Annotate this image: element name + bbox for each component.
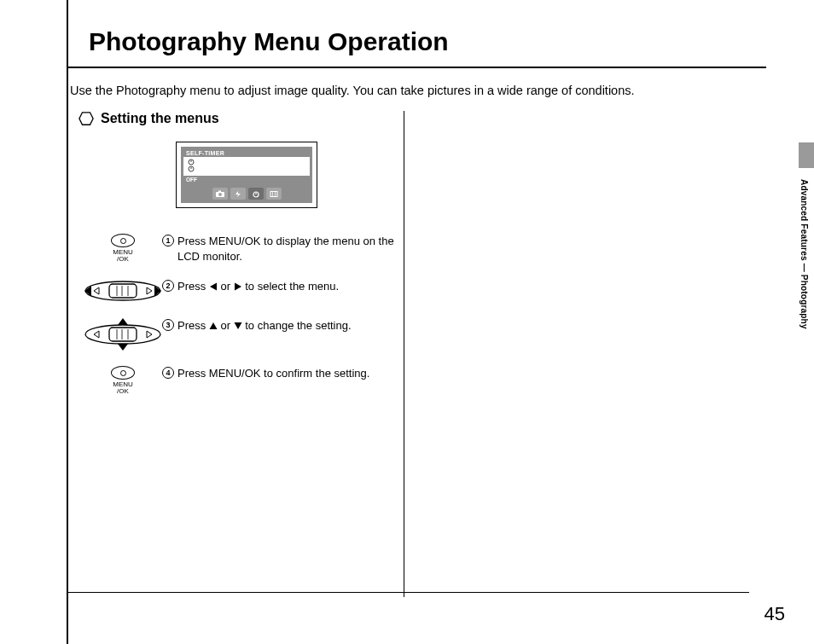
svg-marker-32 bbox=[118, 318, 128, 325]
step-row: MENU /OK 1 Press MENU/OK to display the … bbox=[84, 234, 397, 264]
step-number-badge: 2 bbox=[162, 280, 174, 292]
triangle-up-icon bbox=[209, 319, 218, 334]
dpad-horizontal-icon bbox=[84, 279, 162, 303]
menu-ok-button-icon: MENU /OK bbox=[84, 234, 162, 263]
svg-marker-23 bbox=[210, 283, 217, 291]
svg-marker-8 bbox=[235, 191, 241, 197]
step-number-badge: 3 bbox=[162, 319, 174, 331]
step-text: Press MENU/OK to confirm the setting. bbox=[177, 366, 369, 381]
step-number-badge: 1 bbox=[162, 235, 174, 247]
step-text: Press or to change the setting. bbox=[177, 318, 352, 334]
left-column: Setting the menus SELF-TIMER bbox=[68, 111, 397, 597]
lcd-tab-flash-icon bbox=[230, 188, 246, 200]
lcd-menu-title: SELF-TIMER bbox=[183, 149, 310, 157]
page-frame: Photography Menu Operation Use the Photo… bbox=[67, 0, 800, 644]
step-row: MENU /OK 4 Press MENU/OK to confirm the … bbox=[84, 366, 397, 395]
svg-marker-0 bbox=[79, 113, 93, 125]
section-title: Setting the menus bbox=[101, 111, 219, 126]
lcd-tab-quality-icon bbox=[266, 188, 282, 200]
svg-rect-26 bbox=[109, 328, 137, 341]
step-number-badge: 4 bbox=[162, 367, 174, 379]
svg-rect-11 bbox=[270, 191, 277, 196]
svg-marker-34 bbox=[209, 322, 217, 329]
svg-marker-35 bbox=[234, 322, 241, 329]
thumb-tab bbox=[799, 142, 814, 168]
svg-marker-24 bbox=[235, 283, 241, 291]
svg-marker-33 bbox=[118, 344, 128, 351]
step-row: 2 Press or to select the menu. bbox=[84, 279, 397, 303]
intro-text: Use the Photography menu to adjust image… bbox=[68, 68, 800, 97]
menu-ok-label-line2: /OK bbox=[111, 388, 135, 395]
hexagon-bullet-icon bbox=[78, 111, 94, 126]
svg-rect-7 bbox=[218, 190, 221, 192]
menu-ok-label-line2: /OK bbox=[111, 256, 135, 263]
step-row: 3 Press or to change the setting. bbox=[84, 318, 397, 351]
step-text: Press MENU/OK to display the menu on the… bbox=[177, 234, 397, 264]
triangle-left-icon bbox=[209, 280, 218, 295]
side-section-label: Advanced Features — Photography bbox=[799, 179, 809, 329]
lcd-tab-timer-icon bbox=[248, 188, 264, 200]
lcd-frame: SELF-TIMER bbox=[176, 142, 317, 208]
content-columns: Setting the menus SELF-TIMER bbox=[68, 111, 800, 597]
self-timer-options-icon bbox=[187, 159, 306, 173]
triangle-right-icon bbox=[234, 280, 242, 295]
footer-rule bbox=[68, 592, 749, 593]
lcd-options-panel bbox=[183, 157, 310, 176]
section-header: Setting the menus bbox=[78, 111, 397, 126]
step-text: Press or to select the menu. bbox=[177, 279, 339, 295]
lcd-tab-camera-icon bbox=[212, 188, 228, 200]
page-number: 45 bbox=[765, 603, 785, 625]
lcd-icon-strip bbox=[183, 185, 310, 203]
lcd-figure: SELF-TIMER bbox=[176, 142, 397, 208]
triangle-down-icon bbox=[234, 319, 242, 334]
menu-ok-button-icon: MENU /OK bbox=[84, 366, 162, 395]
column-divider bbox=[404, 111, 404, 597]
lcd-off-label: OFF bbox=[183, 176, 310, 185]
svg-point-6 bbox=[218, 193, 222, 196]
page-title: Photography Menu Operation bbox=[68, 0, 766, 68]
svg-rect-15 bbox=[109, 284, 137, 298]
steps-list: MENU /OK 1 Press MENU/OK to display the … bbox=[84, 234, 397, 395]
dpad-vertical-icon bbox=[84, 318, 162, 351]
